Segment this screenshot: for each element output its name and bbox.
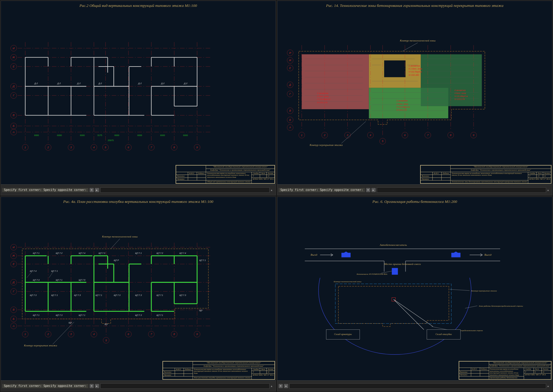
svg-line-225 bbox=[465, 306, 477, 308]
svg-text:Г: Г bbox=[289, 92, 291, 95]
svg-text:8: 8 bbox=[173, 333, 175, 336]
formwork bbox=[25, 256, 197, 311]
svg-text:Е: Е bbox=[13, 263, 15, 266]
svg-text:Ж: Ж bbox=[12, 56, 15, 59]
svg-text:ЩТ.7.3: ЩТ.7.3 bbox=[56, 314, 62, 317]
svg-text:Г: Г bbox=[13, 290, 15, 293]
label-out: Выезд bbox=[484, 253, 491, 256]
svg-text:4: 4 bbox=[370, 134, 371, 137]
svg-text:ЩТ.7.3: ЩТ.7.3 bbox=[135, 294, 142, 297]
svg-text:1 захватка: 1 захватка bbox=[408, 65, 420, 67]
svg-rect-72 bbox=[384, 61, 406, 77]
svg-text:А: А bbox=[13, 131, 15, 134]
svg-text:6: 6 bbox=[404, 134, 406, 137]
svg-text:ЩТ.7.3: ЩТ.7.3 bbox=[30, 294, 36, 297]
truck-icon bbox=[451, 251, 460, 257]
svg-text:3: 3 bbox=[347, 134, 348, 137]
viewport-bottom-left: Рис. 4а. План расстановки опалубки верти… bbox=[1, 197, 276, 391]
svg-text:4: 4 bbox=[93, 333, 95, 336]
svg-text:V=19,48куб.м: V=19,48куб.м bbox=[317, 98, 331, 101]
svg-text:S=103,178: S=103,178 bbox=[317, 101, 328, 104]
callout-tech-zone: Контур технологической зоны bbox=[102, 235, 138, 238]
svg-text:ЩТ.7.1: ЩТ.7.1 bbox=[51, 270, 58, 272]
svg-text:6000: 6000 bbox=[114, 134, 119, 137]
svg-text:Б: Б bbox=[13, 124, 15, 127]
titleblock-bl: "Московский государственный строительный… bbox=[162, 361, 275, 380]
label-techzone: Контур технологической зоны bbox=[334, 280, 362, 283]
svg-line-188 bbox=[49, 272, 53, 278]
svg-text:ЩТ.7.2: ЩТ.7.2 bbox=[56, 252, 62, 254]
svg-text:5: 5 bbox=[105, 146, 107, 149]
label-floor: Контур перекрытия этажа bbox=[471, 290, 497, 292]
svg-text:Б: Б bbox=[13, 317, 15, 320]
svg-text:ЩТ.7.2: ЩТ.7.2 bbox=[156, 252, 163, 254]
svg-text:Склад опалубки: Склад опалубки bbox=[436, 333, 452, 336]
svg-text:ЩТ.7.1: ЩТ.7.1 bbox=[51, 294, 58, 297]
label-pump: Бетононасос PUTZMEISTER BSA bbox=[357, 273, 388, 275]
svg-text:V=19,70куб.м: V=19,70куб.м bbox=[408, 71, 422, 73]
pump-icon bbox=[392, 268, 398, 274]
svg-text:ЩТ.7.1: ЩТ.7.1 bbox=[135, 252, 142, 254]
svg-text:ЩТ.7.1: ЩТ.7.1 bbox=[156, 314, 163, 317]
svg-text:6000: 6000 bbox=[137, 134, 142, 137]
svg-text:Д-2: Д-2 bbox=[98, 82, 102, 85]
pump-reach-arc bbox=[319, 278, 471, 354]
svg-text:4: 4 bbox=[93, 146, 95, 149]
svg-text:1: 1 bbox=[301, 134, 302, 137]
svg-text:6: 6 bbox=[128, 333, 130, 336]
titleblock-br: "Московский государственный строительный… bbox=[459, 361, 552, 380]
svg-text:5: 5 bbox=[105, 339, 107, 342]
svg-text:Е: Е bbox=[13, 65, 15, 68]
svg-text:V=19,48куб.м: V=19,48куб.м bbox=[454, 95, 468, 98]
axis-grid: 1 2 3 4 5 6 7 8 9 И Ж Е Д Г В Б А bbox=[10, 243, 211, 343]
svg-text:3 захватка: 3 захватка bbox=[396, 100, 408, 102]
svg-line-224 bbox=[450, 289, 469, 291]
label-in: Въезд bbox=[311, 253, 317, 256]
svg-text:8: 8 bbox=[450, 134, 452, 137]
svg-rect-68 bbox=[302, 54, 369, 109]
svg-text:6000: 6000 bbox=[160, 134, 165, 137]
svg-text:2 захватка: 2 захватка bbox=[317, 92, 328, 95]
viewport-bottom-right: Рис. 6. Организация работы бетононасоса … bbox=[277, 197, 552, 391]
svg-text:9: 9 bbox=[473, 134, 474, 137]
svg-text:7: 7 bbox=[150, 146, 152, 149]
drawing-area-br[interactable]: Рис. 6. Организация работы бетононасоса … bbox=[277, 197, 552, 380]
svg-text:2: 2 bbox=[324, 134, 325, 137]
svg-text:Д: Д bbox=[12, 85, 15, 88]
drawing-area-tl[interactable]: Рис.2 Общий вид вертикальных конструкций… bbox=[1, 1, 276, 184]
svg-text:И: И bbox=[13, 47, 15, 50]
svg-text:25975: 25975 bbox=[108, 139, 114, 142]
callout-floor: Контур перекрытия этажа bbox=[24, 344, 57, 347]
svg-text:ЩУ: ЩУ bbox=[69, 322, 73, 324]
svg-text:3: 3 bbox=[70, 146, 72, 149]
svg-text:В: В bbox=[13, 308, 15, 311]
drawing-title: Рис.2 Общий вид вертикальных конструкций… bbox=[79, 3, 197, 8]
svg-text:ЩТ.7.3: ЩТ.7.3 bbox=[114, 294, 120, 297]
svg-text:Ж: Ж bbox=[12, 254, 15, 257]
svg-rect-71 bbox=[421, 54, 482, 106]
svg-text:1: 1 bbox=[24, 146, 26, 149]
svg-text:2 бет. зона: 2 бет. зона bbox=[317, 95, 329, 98]
svg-text:ЩТ.7.3: ЩТ.7.3 bbox=[33, 279, 39, 281]
svg-text:ЩТ.7.3: ЩТ.7.3 bbox=[74, 294, 81, 297]
drawing-area-tr[interactable]: Рис. 14. Технологические зоны бетонирова… bbox=[277, 1, 552, 184]
svg-text:Д-2: Д-2 bbox=[138, 82, 142, 85]
svg-text:6000: 6000 bbox=[34, 134, 39, 137]
drawing-area-bl[interactable]: Рис. 4а. План расстановки опалубки верти… bbox=[1, 197, 276, 380]
building-outline bbox=[335, 284, 451, 324]
svg-text:ЩТ.7.1: ЩТ.7.1 bbox=[33, 314, 39, 317]
svg-text:S=102,460: S=102,460 bbox=[408, 74, 419, 76]
svg-text:ЩТ.7.1: ЩТ.7.1 bbox=[33, 252, 39, 254]
svg-text:Д-2: Д-2 bbox=[34, 82, 38, 85]
svg-text:Г: Г bbox=[13, 94, 15, 97]
svg-text:ЩТ.7.1: ЩТ.7.1 bbox=[96, 294, 102, 297]
svg-text:2: 2 bbox=[47, 333, 49, 336]
axis-grid-vertical: 1 2 3 4 5 6 7 8 9 bbox=[22, 42, 200, 150]
wall-labels: Д-2 Д-2 Д-2 Д-2 Д-2 Д-2 Д-2 bbox=[34, 82, 187, 85]
svg-text:В: В bbox=[289, 109, 291, 112]
svg-text:3175: 3175 bbox=[97, 134, 102, 137]
svg-text:Д: Д bbox=[289, 83, 291, 86]
svg-text:7: 7 bbox=[150, 333, 152, 336]
svg-text:ЩТ.7.1: ЩТ.7.1 bbox=[79, 314, 85, 317]
svg-text:Б: Б bbox=[289, 118, 291, 121]
